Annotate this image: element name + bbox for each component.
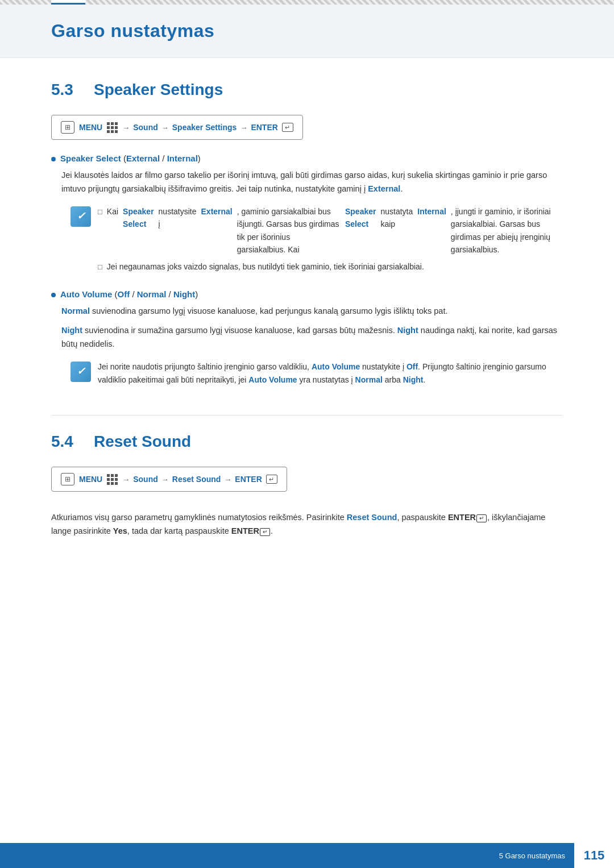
note-icon-symbol-1: ✓ — [77, 208, 85, 225]
bold-speaker-select-2: Speaker Select — [345, 205, 376, 256]
auto-volume-normal: Normal — [137, 289, 167, 299]
external-bold-1: External — [368, 184, 400, 193]
normal-bold-note: Normal — [355, 375, 383, 384]
nav-enter-label: ENTER — [251, 123, 277, 132]
bullet-auto-volume-label: Auto Volume (Off / Normal / Night) — [51, 289, 563, 299]
nav-arrow-3-54: → — [224, 475, 231, 484]
yes-bold: Yes — [113, 526, 127, 535]
note-icon-symbol-2: ✓ — [77, 363, 85, 380]
note-list-1: Kai Speaker Select nustatysite į Externa… — [98, 205, 563, 273]
reset-sound-bold: Reset Sound — [347, 513, 397, 522]
bullet-dot-1 — [51, 157, 56, 161]
auto-volume-slash2: / — [166, 289, 173, 299]
section-53-nav-path: ⊞ MENU → Sound → Speaker Settings → ENTE… — [51, 115, 303, 140]
speaker-select-internal: Internal — [167, 153, 198, 163]
night-bold-2: Night — [397, 326, 418, 335]
enter-icon: ↵ — [282, 123, 293, 132]
bullet-speaker-select: Speaker Select (External / Internal) Jei… — [51, 153, 563, 278]
grid-icon — [107, 122, 118, 133]
nav-menu-label: MENU — [79, 123, 102, 132]
night-bold-note: Night — [403, 375, 424, 384]
auto-volume-close-paren: ) — [195, 289, 198, 299]
section-53-name: Speaker Settings — [94, 81, 223, 99]
enter-icon-inline-1: ↵ — [476, 514, 487, 522]
auto-volume-para-2: Night suvienodina ir sumažina garsumo ly… — [61, 324, 563, 351]
enter-icon-54: ↵ — [266, 475, 277, 484]
speaker-select-title-text: Speaker Select — [60, 153, 123, 163]
auto-volume-title: Auto Volume (Off / Normal / Night) — [60, 289, 198, 299]
grid-icon-54 — [107, 474, 118, 485]
section-54-title: 5.4 Reset Sound — [51, 433, 563, 451]
bold-internal-1: Internal — [417, 205, 446, 256]
menu-icon: ⊞ — [61, 121, 74, 134]
nav-arrow-1: → — [122, 123, 130, 132]
enter-icon-inline-2: ↵ — [260, 528, 270, 536]
section-54: 5.4 Reset Sound ⊞ MENU → Sound → — [51, 433, 563, 538]
auto-volume-note: Jei norite naudotis prijungto šaltinio į… — [98, 360, 563, 387]
top-decorative-bar — [0, 0, 614, 5]
enter-bold-2: ENTER — [231, 526, 259, 535]
section-54-nav-path: ⊞ MENU → Sound → Reset Sound → ENTER ↵ — [51, 467, 287, 492]
note-content-1: Kai Speaker Select nustatysite į Externa… — [98, 205, 563, 278]
bullet-auto-volume: Auto Volume (Off / Normal / Night) Norma… — [51, 289, 563, 387]
page-title: Garso nustatymas — [51, 20, 580, 41]
speaker-select-slash: / — [160, 153, 167, 163]
note-icon-1: ✓ — [70, 206, 91, 227]
note-box-speaker-select: ✓ Kai Speaker Select nustatysite į Exter… — [70, 205, 563, 278]
main-content: 5.3 Speaker Settings ⊞ MENU → — [0, 58, 614, 612]
night-bold-1: Night — [61, 326, 82, 335]
note-list-item-2: Jei negaunamas joks vaizdo signalas, bus… — [98, 260, 563, 273]
nav-sound-label: Sound — [133, 123, 158, 132]
section-54-body: Atkuriamos visų garso parametrų gamyklin… — [51, 511, 563, 538]
auto-volume-para-1: Normal suvienodina garsumo lygį visuose … — [61, 305, 563, 318]
bold-speaker-select-1: Speaker Select — [123, 205, 154, 256]
section-54-name: Reset Sound — [94, 433, 191, 451]
section-53: 5.3 Speaker Settings ⊞ MENU → — [51, 81, 563, 387]
bold-external-2: External — [201, 205, 233, 256]
section-54-number: 5.4 — [51, 433, 82, 451]
menu-icon-symbol-54: ⊞ — [65, 475, 70, 483]
menu-icon-54: ⊞ — [61, 473, 74, 485]
nav-arrow-2-54: → — [161, 475, 169, 484]
nav-menu-label-54: MENU — [79, 475, 102, 484]
section-53-title: 5.3 Speaker Settings — [51, 81, 563, 99]
nav-arrow-3: → — [240, 123, 247, 132]
auto-volume-off: Off — [118, 289, 130, 299]
note-list-item-1: Kai Speaker Select nustatysite į Externa… — [98, 205, 563, 256]
footer-text: 5 Garso nustatymas — [499, 852, 574, 860]
nav-reset-sound-label: Reset Sound — [172, 475, 221, 484]
menu-icon-symbol: ⊞ — [65, 123, 70, 131]
section-53-number: 5.3 — [51, 81, 82, 99]
note-box-auto-volume: ✓ Jei norite naudotis prijungto šaltinio… — [70, 360, 563, 387]
speaker-select-title: Speaker Select (External / Internal) — [60, 153, 201, 163]
speaker-select-close-paren: ) — [198, 153, 201, 163]
bullet-speaker-select-label: Speaker Select (External / Internal) — [51, 153, 563, 163]
nav-speaker-settings-label: Speaker Settings — [172, 123, 237, 132]
auto-volume-slash1: / — [130, 289, 137, 299]
footer-page-number: 115 — [574, 843, 614, 868]
auto-volume-bold-note: Auto Volume — [312, 362, 360, 371]
enter-bold-1: ENTER — [448, 513, 476, 522]
normal-bold: Normal — [61, 306, 90, 315]
speaker-select-external: External — [126, 153, 160, 163]
note-content-2: Jei norite naudotis prijungto šaltinio į… — [98, 360, 563, 387]
footer: 5 Garso nustatymas 115 — [0, 843, 614, 868]
top-bar-accent — [51, 0, 85, 5]
nav-arrow-2: → — [161, 123, 169, 132]
nav-sound-label-54: Sound — [133, 475, 158, 484]
section-divider — [51, 415, 563, 416]
auto-volume-body: Normal suvienodina garsumo lygį visuose … — [61, 305, 563, 387]
nav-enter-label-54: ENTER — [235, 475, 262, 484]
page-header: Garso nustatymas — [0, 5, 614, 58]
auto-volume-title-text: Auto Volume — [60, 289, 115, 299]
auto-volume-bold-note-2: Auto Volume — [248, 375, 297, 384]
note-icon-2: ✓ — [70, 362, 91, 382]
bullet-dot-2 — [51, 293, 56, 297]
off-bold-note: Off — [406, 362, 418, 371]
nav-arrow-1-54: → — [122, 475, 130, 484]
auto-volume-night: Night — [173, 289, 195, 299]
speaker-select-body: Jei klausotės laidos ar filmo garso take… — [61, 169, 563, 278]
